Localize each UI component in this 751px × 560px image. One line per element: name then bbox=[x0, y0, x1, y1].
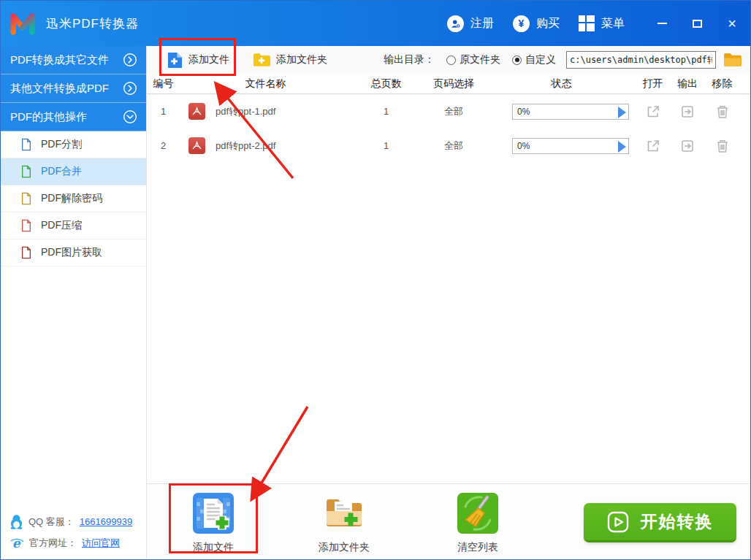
menu-button[interactable]: 菜单 bbox=[579, 15, 625, 31]
chevron-down-circle-icon bbox=[123, 110, 137, 124]
register-button[interactable]: 注册 bbox=[447, 15, 494, 32]
main-area: 添加文件 添加文件夹 输出目录： 原文件夹 自定义 bbox=[147, 46, 750, 559]
app-title: 迅米PDF转换器 bbox=[46, 15, 139, 32]
close-button[interactable]: × bbox=[724, 15, 740, 31]
register-label: 注册 bbox=[470, 16, 494, 31]
progress-bar: 0% bbox=[512, 104, 629, 120]
window-controls: × bbox=[654, 15, 740, 31]
table-header: 编号 文件名称 总页数 页码选择 状态 打开 输出 移除 bbox=[147, 74, 750, 94]
title-bar: 迅米PDF转换器 注册 ¥ 购买 菜单 bbox=[1, 1, 750, 46]
radio-original-label: 原文件夹 bbox=[460, 53, 500, 66]
header-page-select: 页码选择 bbox=[421, 77, 487, 91]
minimize-button[interactable] bbox=[654, 15, 670, 31]
add-file-button[interactable]: 添加文件 bbox=[167, 52, 229, 69]
total-pages: 1 bbox=[351, 140, 421, 151]
site-label: 官方网址： bbox=[29, 537, 77, 550]
table-row: 1 pdf转ppt-1.pdf 1 全部 0% bbox=[147, 94, 750, 129]
add-folder-big-icon bbox=[323, 492, 365, 534]
header-remove: 移除 bbox=[706, 77, 739, 91]
header-filename: 文件名称 bbox=[180, 77, 351, 91]
delete-icon[interactable] bbox=[716, 139, 729, 153]
buy-label: 购买 bbox=[536, 16, 560, 31]
export-icon[interactable] bbox=[680, 139, 695, 153]
menu-label: 菜单 bbox=[601, 16, 625, 31]
header-open: 打开 bbox=[636, 77, 669, 91]
pdf-doc-icon bbox=[20, 165, 32, 178]
sidebar-item-pdf-compress[interactable]: PDF压缩 bbox=[1, 212, 146, 239]
radio-custom[interactable] bbox=[512, 55, 522, 65]
file-name: pdf转ppt-2.pdf bbox=[216, 139, 275, 153]
header-status: 状态 bbox=[487, 77, 636, 91]
top-toolbar: 添加文件 添加文件夹 输出目录： 原文件夹 自定义 bbox=[147, 46, 750, 74]
svg-text:e: e bbox=[12, 536, 21, 551]
add-folder-button[interactable]: 添加文件夹 bbox=[253, 53, 327, 67]
clear-list-broom-icon bbox=[457, 492, 499, 534]
sidebar-section-other-to-pdf[interactable]: 其他文件转换成PDF bbox=[1, 74, 146, 103]
pdf-file-icon bbox=[188, 137, 205, 154]
menu-grid-icon bbox=[579, 15, 595, 31]
app-logo-icon bbox=[7, 7, 39, 39]
chevron-right-circle-icon bbox=[123, 53, 137, 67]
start-convert-button[interactable]: 开始转换 bbox=[584, 503, 736, 542]
pdf-doc-icon bbox=[20, 219, 32, 232]
export-icon[interactable] bbox=[680, 104, 695, 119]
radio-original-folder[interactable] bbox=[446, 55, 456, 65]
row-start-icon[interactable] bbox=[618, 107, 626, 118]
table-row: 2 pdf转ppt-2.pdf 1 全部 0% bbox=[147, 129, 750, 163]
radio-custom-label: 自定义 bbox=[525, 53, 556, 66]
open-file-icon[interactable] bbox=[646, 104, 660, 119]
sidebar-section-pdf-to-other[interactable]: PDF转换成其它文件 bbox=[1, 46, 146, 74]
delete-icon[interactable] bbox=[716, 104, 729, 119]
official-site-link[interactable]: 访问官网 bbox=[82, 537, 120, 550]
header-output: 输出 bbox=[669, 77, 706, 91]
app-window: 迅米PDF转换器 注册 ¥ 购买 菜单 bbox=[0, 0, 751, 560]
sidebar-item-pdf-extract-images[interactable]: PDF图片获取 bbox=[1, 239, 146, 266]
qq-label: QQ 客服： bbox=[28, 515, 75, 529]
folder-icon bbox=[723, 53, 742, 67]
add-file-icon bbox=[167, 52, 183, 69]
progress-bar: 0% bbox=[512, 138, 629, 154]
maximize-button[interactable] bbox=[689, 15, 705, 31]
output-path-input[interactable] bbox=[566, 51, 716, 69]
total-pages: 1 bbox=[351, 106, 421, 117]
qq-icon bbox=[9, 514, 23, 529]
add-file-big-icon bbox=[192, 492, 235, 534]
bottom-add-folder-button[interactable]: 添加文件夹 bbox=[302, 492, 386, 554]
yen-icon: ¥ bbox=[513, 15, 530, 32]
play-icon bbox=[607, 511, 629, 533]
chevron-right-circle-icon bbox=[123, 81, 137, 96]
page-selection[interactable]: 全部 bbox=[421, 105, 487, 118]
file-name: pdf转ppt-1.pdf bbox=[216, 105, 275, 118]
sidebar: PDF转换成其它文件 其他文件转换成PDF PDF的其他操作 P bbox=[1, 46, 147, 560]
bottom-add-file-button[interactable]: 添加文件 bbox=[171, 492, 256, 554]
sidebar-item-pdf-merge[interactable]: PDF合并 bbox=[1, 158, 146, 185]
sidebar-section-pdf-other-ops[interactable]: PDF的其他操作 bbox=[1, 103, 146, 131]
pdf-doc-icon bbox=[20, 192, 32, 205]
output-dir-group: 输出目录： 原文件夹 自定义 bbox=[384, 51, 742, 69]
ie-browser-icon: e bbox=[9, 536, 24, 551]
bottom-action-bar: 添加文件 添加文件夹 bbox=[147, 483, 750, 559]
output-dir-label: 输出目录： bbox=[384, 53, 435, 66]
clear-list-button[interactable]: 清空列表 bbox=[435, 492, 520, 554]
pdf-doc-icon bbox=[20, 246, 32, 259]
sidebar-item-pdf-remove-password[interactable]: PDF解除密码 bbox=[1, 185, 146, 212]
open-file-icon[interactable] bbox=[646, 139, 660, 153]
qq-number-link[interactable]: 1661699939 bbox=[80, 516, 132, 527]
browse-folder-button[interactable] bbox=[723, 53, 742, 67]
pdf-doc-icon bbox=[20, 138, 32, 151]
row-start-icon[interactable] bbox=[618, 141, 626, 153]
support-info: QQ 客服：1661699939 e 官方网址：访问官网 bbox=[9, 507, 132, 551]
register-user-icon bbox=[447, 15, 464, 32]
buy-button[interactable]: ¥ 购买 bbox=[513, 15, 560, 32]
add-folder-icon bbox=[253, 53, 270, 67]
header-pages: 总页数 bbox=[351, 77, 421, 91]
sidebar-item-pdf-split[interactable]: PDF分割 bbox=[1, 131, 146, 158]
header-no: 编号 bbox=[147, 77, 180, 91]
page-selection[interactable]: 全部 bbox=[421, 139, 487, 153]
pdf-file-icon bbox=[188, 103, 205, 120]
